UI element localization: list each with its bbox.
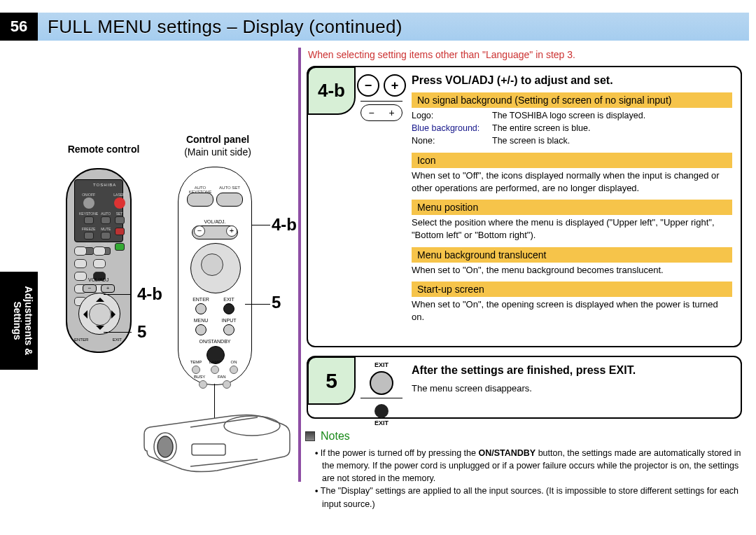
step-5-diagram: EXIT EXIT bbox=[354, 361, 409, 426]
menupos-desc: Select the position where the menu is di… bbox=[412, 216, 732, 241]
control-panel-sublabel: (Main unit side) bbox=[176, 146, 260, 158]
exit-button-large-icon bbox=[370, 371, 393, 395]
svg-text:Settings: Settings bbox=[12, 301, 23, 340]
panel-callout-5: 5 bbox=[272, 293, 281, 312]
notes-icon bbox=[305, 431, 315, 441]
menubg-desc: When set to "On", the menu background be… bbox=[412, 264, 732, 277]
step-5-box: 5 EXIT EXIT After the settings are finis… bbox=[307, 356, 742, 419]
panel-nav-pad-icon bbox=[190, 243, 239, 292]
step-5-desc: The menu screen disappears. bbox=[412, 382, 732, 395]
panel-fan-led: FAN bbox=[218, 375, 236, 389]
remote-voladj-label: VOL/ADJ bbox=[88, 277, 108, 282]
note-1: If the power is turned off by pressing t… bbox=[315, 447, 742, 485]
panel-callout-4b: 4-b bbox=[272, 215, 297, 235]
svg-point-4 bbox=[224, 416, 280, 436]
menubg-heading: Menu background translucent bbox=[412, 247, 732, 263]
svg-rect-5 bbox=[192, 444, 225, 455]
leader-line bbox=[252, 225, 270, 225]
icon-desc: When set to "Off", the icons displayed n… bbox=[412, 169, 732, 194]
svg-text:Adjustments &: Adjustments & bbox=[23, 286, 34, 356]
vertical-divider bbox=[298, 48, 301, 482]
plus-icon: + bbox=[384, 74, 406, 97]
remote-callout-4b: 4-b bbox=[137, 284, 162, 304]
leader-line bbox=[104, 332, 132, 333]
step-tag-5: 5 bbox=[307, 356, 356, 405]
step-condition-note: When selecting setting items other than … bbox=[308, 49, 575, 60]
panel-plus-icon: + bbox=[226, 225, 237, 237]
remote-control-label: Remote control bbox=[62, 144, 146, 155]
step-5-title: After the settings are finished, press E… bbox=[412, 364, 732, 377]
exit-label-top: EXIT bbox=[354, 361, 409, 368]
side-tab: Adjustments & Settings bbox=[0, 272, 38, 370]
startup-desc: When set to "On", the opening screen is … bbox=[412, 298, 732, 323]
menupos-heading: Menu position bbox=[412, 200, 732, 215]
remote-control-illustration: TOSHIBA ON/OFF LASER KEYSTONE AUTO SET F… bbox=[66, 168, 143, 371]
panel-busy-led: BUSY bbox=[194, 375, 212, 389]
page-title: FULL MENU settings – Display (continued) bbox=[48, 16, 402, 38]
remote-nav-pad-icon bbox=[78, 293, 119, 333]
notes-title: Notes bbox=[321, 430, 350, 443]
step-4b-diagram: − + −+ bbox=[354, 74, 409, 121]
remote-vol-minus-icon: − bbox=[83, 284, 97, 293]
step-4b-title: Press VOL/ADJ (+/-) to adjust and set. bbox=[412, 74, 732, 87]
exit-button-small-icon bbox=[374, 404, 388, 418]
note-2: The "Display" settings are applied to al… bbox=[315, 485, 742, 510]
icon-heading: Icon bbox=[412, 153, 732, 168]
startup-heading: Start-up screen bbox=[412, 282, 732, 297]
nosignal-heading: No signal background (Setting of screen … bbox=[412, 92, 732, 108]
minus-icon: − bbox=[357, 74, 379, 97]
remote-callout-5: 5 bbox=[137, 322, 146, 342]
exit-label-bottom: EXIT bbox=[354, 419, 409, 426]
panel-on-led: ON bbox=[226, 360, 241, 374]
leader-line bbox=[104, 294, 132, 295]
control-panel-label: Control panel bbox=[176, 134, 260, 145]
remote-vol-plus-icon: + bbox=[101, 284, 115, 293]
svg-point-3 bbox=[158, 436, 173, 457]
title-bar: FULL MENU settings – Display (continued) bbox=[38, 13, 749, 41]
panel-lamp-led: LAMP bbox=[207, 360, 223, 374]
page-number-badge: 56 bbox=[0, 13, 38, 41]
remote-brand: TOSHIBA bbox=[93, 183, 116, 187]
step-4b-box: 4-b − + −+ Press VOL/ADJ (+/-) to adjust… bbox=[307, 66, 742, 347]
step-tag-4b: 4-b bbox=[307, 67, 356, 115]
leader-line bbox=[245, 304, 270, 305]
notes-section: Notes If the power is turned off by pres… bbox=[305, 430, 742, 510]
control-panel-illustration: AUTO KEYSTONEAUTO SET VOL/ADJ. − + ENTER… bbox=[178, 167, 252, 385]
projector-illustration bbox=[140, 410, 294, 473]
panel-minus-icon: − bbox=[194, 225, 205, 237]
panel-temp-led: TEMP bbox=[188, 360, 204, 374]
